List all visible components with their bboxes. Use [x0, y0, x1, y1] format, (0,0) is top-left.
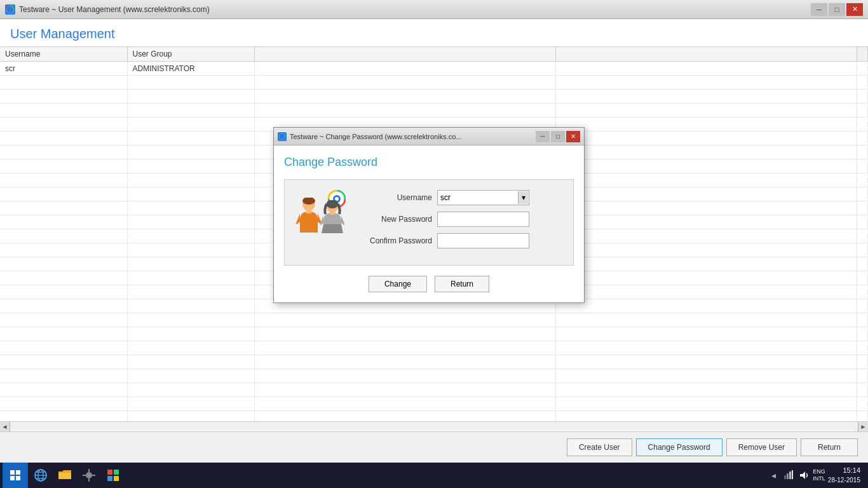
empty-cell [0, 104, 127, 118]
confirm-password-label: Confirm Password [356, 236, 432, 245]
cell-username: scr [0, 62, 127, 76]
horizontal-scrollbar[interactable]: ◄ ► [0, 421, 868, 431]
tray-speaker-icon[interactable] [797, 469, 810, 482]
taskbar-tray: ◂ ENG INTL 15:14 28-12-2015 [762, 466, 865, 484]
empty-cell [0, 90, 127, 104]
col-empty2 [555, 47, 857, 62]
svg-rect-2 [10, 470, 15, 475]
modal-controls: ─ □ ✕ [536, 131, 580, 142]
empty-cell [0, 76, 127, 90]
maximize-button[interactable]: □ [829, 3, 845, 16]
empty-cell [0, 229, 127, 243]
new-password-input[interactable] [437, 212, 529, 227]
svg-rect-18 [789, 471, 791, 479]
start-button[interactable] [3, 463, 28, 488]
empty-row [0, 327, 868, 341]
modal-minimize-button[interactable]: ─ [536, 131, 550, 142]
empty-cell [0, 271, 127, 285]
taskbar-paint-icon[interactable] [102, 464, 125, 487]
empty-cell [0, 313, 127, 327]
modal-buttons: Change Return [284, 276, 574, 292]
modal-inner: Username scr ▾ New Password Confi [284, 179, 574, 266]
modal-icon-area [295, 190, 346, 247]
bottom-bar: Create User Change Password Remove User … [0, 431, 868, 463]
title-bar-left: Testware ~ User Management (www.screlekt… [5, 4, 210, 15]
page-title: User Management [10, 27, 858, 41]
modal-change-button[interactable]: Change [369, 276, 427, 292]
tray-network-icon[interactable] [782, 469, 795, 482]
app-icon [5, 4, 15, 15]
cell-empty2 [555, 62, 857, 76]
new-password-row: New Password [356, 212, 563, 227]
remove-user-button[interactable]: Remove User [726, 438, 797, 456]
female-user-icon [319, 200, 346, 234]
return-button[interactable]: Return [801, 438, 858, 456]
minimize-button[interactable]: ─ [811, 3, 827, 16]
new-password-label: New Password [356, 215, 432, 224]
modal-titlebar: Testware ~ Change Password (www.screlekt… [274, 128, 584, 146]
empty-cell [0, 341, 127, 355]
username-select-wrapper: scr ▾ [437, 190, 529, 205]
empty-cell [0, 397, 127, 411]
modal-return-button[interactable]: Return [435, 276, 489, 292]
modal-close-button[interactable]: ✕ [566, 131, 580, 142]
taskbar-ie-icon[interactable] [29, 464, 52, 487]
modal-title-left: Testware ~ Change Password (www.screlekt… [278, 132, 462, 141]
empty-cell [0, 132, 127, 146]
confirm-password-row: Confirm Password [356, 233, 563, 248]
close-button[interactable]: ✕ [846, 3, 863, 16]
username-select[interactable]: scr [437, 190, 529, 205]
title-bar: Testware ~ User Management (www.screlekt… [0, 0, 868, 19]
scrollbar-track-h[interactable] [10, 422, 858, 431]
col-empty1 [254, 47, 555, 62]
empty-row [0, 313, 868, 327]
empty-row [0, 397, 868, 411]
empty-row [0, 76, 868, 90]
svg-rect-14 [107, 476, 112, 481]
form-area: Username scr ▾ New Password Confi [356, 190, 563, 255]
empty-cell [0, 411, 127, 422]
tray-language[interactable]: ENG INTL [813, 468, 825, 482]
svg-marker-20 [800, 471, 805, 479]
svg-point-27 [302, 198, 315, 205]
modal-maximize-button[interactable]: □ [551, 131, 565, 142]
change-password-modal: Testware ~ Change Password (www.screlekt… [273, 127, 585, 303]
empty-row [0, 369, 868, 383]
taskbar: ◂ ENG INTL 15:14 28-12-2015 [0, 463, 868, 488]
svg-rect-19 [792, 470, 793, 479]
empty-cell [0, 299, 127, 313]
username-row: Username scr ▾ [356, 190, 563, 205]
modal-body: Change Password [274, 146, 584, 302]
svg-rect-5 [16, 476, 20, 480]
title-bar-controls: ─ □ ✕ [811, 3, 863, 16]
taskbar-folder-icon[interactable] [53, 464, 76, 487]
confirm-password-input[interactable] [437, 233, 529, 248]
svg-rect-15 [114, 476, 119, 481]
taskbar-tool-icon[interactable] [78, 464, 100, 487]
svg-rect-17 [787, 473, 789, 479]
svg-point-30 [327, 200, 339, 208]
empty-row [0, 104, 868, 118]
empty-row [0, 90, 868, 104]
cell-scrollbar [857, 62, 868, 76]
empty-cell [0, 369, 127, 383]
empty-row [0, 411, 868, 422]
empty-cell [0, 118, 127, 132]
username-label: Username [356, 193, 432, 202]
title-bar-text: Testware ~ User Management (www.screlekt… [19, 5, 210, 14]
change-password-button[interactable]: Change Password [636, 438, 722, 456]
svg-point-22 [281, 135, 283, 138]
col-empty3 [857, 47, 868, 62]
cell-empty1 [254, 62, 555, 76]
table-row[interactable]: scr ADMINISTRATOR [0, 62, 868, 76]
modal-heading: Change Password [284, 156, 574, 169]
tray-chevron[interactable]: ◂ [767, 469, 780, 482]
svg-rect-13 [114, 470, 119, 475]
table-header-row: Username User Group [0, 47, 868, 62]
create-user-button[interactable]: Create User [567, 438, 632, 456]
empty-cell [0, 187, 127, 201]
empty-cell [0, 257, 127, 271]
svg-rect-28 [306, 210, 311, 214]
empty-cell [0, 215, 127, 229]
col-usergroup: User Group [127, 47, 254, 62]
